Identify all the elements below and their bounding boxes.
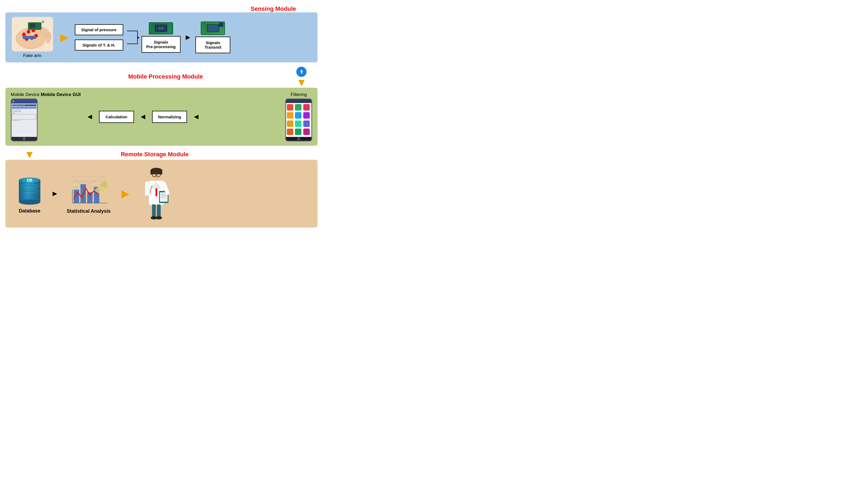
svg-rect-51 bbox=[157, 204, 161, 218]
arrow-calc-to-gui: ◄ bbox=[86, 112, 94, 121]
database-area: DB Database bbox=[16, 174, 43, 214]
signal-pressure-box: Signal of pressure bbox=[75, 24, 123, 35]
sensing-module-title-bar: Sensing Module bbox=[5, 5, 317, 12]
transmit-area: Signals Transmit bbox=[195, 21, 230, 53]
arrow-to-sensing: ► bbox=[57, 31, 71, 44]
storage-inner: DB Database ► bbox=[11, 164, 312, 223]
arduino-chip: ICSP bbox=[149, 22, 173, 34]
mobile-module: Mobile Device Mobile Device GUI 日期: 2019… bbox=[5, 88, 317, 146]
storage-module: DB Database ► bbox=[5, 160, 317, 228]
preprocessing-box: Signals Pre-processing bbox=[142, 36, 180, 53]
chart-label: Statistical Analysis bbox=[67, 209, 110, 214]
db-cylinder-svg: DB bbox=[16, 174, 43, 206]
doctor-svg bbox=[140, 167, 173, 220]
chart-svg bbox=[67, 174, 110, 209]
diagram: Sensing Module bbox=[5, 5, 317, 228]
doctor-figure bbox=[140, 167, 173, 220]
preprocessing-area: ICSP Signals Pre-processing bbox=[142, 22, 180, 53]
chart-area: Statistical Analysis bbox=[67, 174, 110, 214]
svg-point-53 bbox=[156, 216, 162, 219]
svg-rect-31 bbox=[87, 192, 92, 203]
mobile-inner: Mobile Device Mobile Device GUI 日期: 2019… bbox=[11, 92, 312, 142]
fake-arm-label: Fake arm bbox=[23, 53, 41, 58]
svg-point-22 bbox=[19, 199, 40, 205]
arrow-db-to-chart: ► bbox=[51, 189, 59, 198]
calculation-box: Calculation bbox=[99, 111, 134, 123]
mobile-module-title-area: Mobile Processing Module bbox=[35, 73, 296, 80]
transmit-box: Signals Transmit bbox=[195, 37, 230, 53]
svg-point-6 bbox=[22, 33, 26, 36]
arrow-chart-to-doctor: ► bbox=[119, 187, 132, 200]
phone-app bbox=[285, 98, 312, 142]
signal-th-box: Signals of T. & H. bbox=[75, 39, 123, 51]
bt-chip bbox=[201, 21, 225, 35]
mobile-module-title: Mobile Processing Module bbox=[128, 73, 203, 80]
storage-module-title-area: Remote Storage Module bbox=[35, 151, 275, 158]
arrow-phone-to-norm: ◄ bbox=[192, 112, 200, 121]
arrow-norm-to-calc: ◄ bbox=[139, 112, 147, 121]
filtering-label: Filtering bbox=[291, 92, 307, 97]
svg-rect-54 bbox=[145, 182, 149, 196]
gui-label: Mobile Device Mobile Device GUI bbox=[11, 92, 81, 97]
signal-boxes: Signal of pressure Signals of T. & H. bbox=[75, 24, 123, 51]
arrow-down-left: ▼ bbox=[16, 150, 35, 159]
svg-rect-12 bbox=[23, 36, 36, 39]
sensing-module: Fake arm ► Signal of pressure Signals of… bbox=[5, 12, 317, 62]
merge-connector: ► bbox=[127, 25, 138, 50]
svg-point-7 bbox=[27, 30, 30, 34]
arm-image bbox=[12, 17, 53, 52]
filtering-area: Filtering bbox=[285, 92, 312, 142]
bluetooth-icon: ⚕ bbox=[296, 67, 307, 77]
gui-area: Mobile Device Mobile Device GUI 日期: 2019… bbox=[11, 92, 81, 142]
between-mobile-storage: ▼ Remote Storage Module bbox=[5, 149, 317, 160]
normalizing-box: Normalizing bbox=[152, 111, 187, 123]
between-sensing-mobile: Mobile Processing Module ⚕ ▼ bbox=[5, 66, 317, 88]
sensing-module-title: Sensing Module bbox=[250, 5, 296, 12]
svg-rect-29 bbox=[74, 190, 79, 203]
svg-rect-50 bbox=[152, 204, 156, 218]
arrow-to-transmit: ► bbox=[184, 33, 192, 42]
bt-arrow-area: ⚕ ▼ bbox=[296, 67, 307, 87]
svg-rect-37 bbox=[151, 170, 162, 174]
fake-arm-area: Fake arm bbox=[11, 17, 54, 58]
svg-text:DB: DB bbox=[27, 178, 32, 182]
svg-rect-14 bbox=[30, 23, 36, 28]
svg-rect-44 bbox=[156, 188, 157, 196]
phone-gui: 日期: 2019/07/14 14:28:41 Pkg Prev Next P1… bbox=[11, 98, 38, 142]
svg-point-56 bbox=[145, 195, 149, 199]
storage-module-title: Remote Storage Module bbox=[121, 151, 189, 158]
db-label: Database bbox=[19, 208, 40, 214]
